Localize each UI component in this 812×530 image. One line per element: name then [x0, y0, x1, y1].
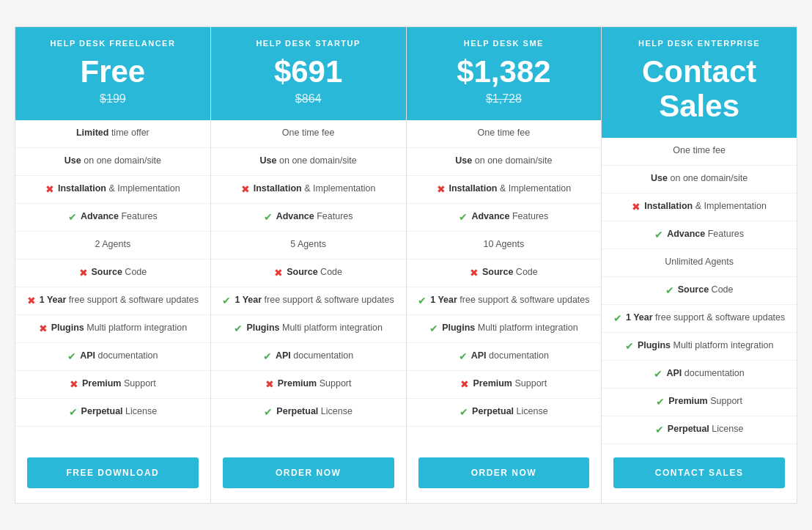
feature-text-2-5: Source Code	[482, 266, 538, 279]
cross-icon: ✖	[70, 378, 78, 390]
cross-icon: ✖	[632, 201, 641, 213]
feature-row-1-1: Use on one domain/site	[211, 148, 406, 176]
feature-row-1-6: ✔1 Year free support & software updates	[211, 287, 406, 315]
feature-row-2-7: ✔Plugins Multi platform integration	[407, 315, 602, 343]
check-icon: ✔	[665, 284, 674, 296]
plan-name-sme: Help Desk SME	[416, 39, 593, 48]
cross-icon: ✖	[460, 378, 469, 390]
feature-text-3-7: Plugins Multi platform integration	[638, 339, 774, 353]
plan-features-freelancer: Limited time offerUse on one domain/site…	[15, 120, 210, 444]
feature-row-1-8: ✔API documentation	[211, 343, 406, 371]
check-icon: ✔	[68, 211, 77, 223]
check-icon: ✔	[222, 295, 231, 306]
feature-text-2-1: Use on one domain/site	[455, 155, 552, 168]
plan-features-sme: One time feeUse on one domain/site✖Insta…	[407, 120, 602, 444]
cross-icon: ✖	[265, 378, 274, 390]
feature-row-0-6: ✖1 Year free support & software updates	[15, 287, 210, 315]
feature-text-1-1: Use on one domain/site	[260, 155, 357, 168]
plan-footer-freelancer: Free Download	[15, 444, 210, 503]
feature-text-3-1: Use on one domain/site	[651, 172, 748, 185]
feature-row-0-8: ✔API documentation	[15, 343, 210, 371]
feature-text-3-9: Premium Support	[668, 395, 742, 408]
feature-text-3-2: Installation & Implementation	[644, 200, 767, 213]
feature-row-2-5: ✖Source Code	[407, 260, 602, 287]
feature-row-0-9: ✖Premium Support	[15, 371, 210, 399]
check-icon: ✔	[264, 211, 273, 223]
plan-button-startup[interactable]: Order Now	[223, 457, 394, 488]
feature-text-2-6: 1 Year free support & software updates	[430, 294, 589, 307]
plan-footer-startup: Order Now	[211, 444, 406, 503]
feature-text-1-4: 5 Agents	[290, 238, 326, 251]
plan-features-startup: One time feeUse on one domain/site✖Insta…	[211, 120, 406, 444]
feature-text-0-7: Plugins Multi platform integration	[51, 322, 188, 335]
feature-text-3-0: One time fee	[673, 144, 726, 158]
check-icon: ✔	[69, 406, 78, 418]
feature-text-1-0: One time fee	[282, 127, 335, 140]
feature-row-2-0: One time fee	[407, 120, 602, 148]
cross-icon: ✖	[241, 183, 250, 195]
feature-row-3-7: ✔Plugins Multi platform integration	[602, 333, 797, 361]
feature-text-1-6: 1 Year free support & software updates	[235, 294, 394, 307]
check-icon: ✔	[234, 323, 243, 334]
check-icon: ✔	[264, 406, 273, 418]
feature-text-3-4: Unlimited Agents	[665, 256, 734, 269]
feature-text-2-7: Plugins Multi platform integration	[442, 322, 578, 335]
feature-text-0-6: 1 Year free support & software updates	[40, 294, 199, 307]
check-icon: ✔	[459, 211, 468, 223]
plan-header-enterprise: Help Desk EnterpriseContact Sales	[602, 27, 797, 137]
plan-sme: Help Desk SME$1,382$1,728One time feeUse…	[406, 26, 602, 503]
plan-footer-enterprise: Contact Sales	[602, 444, 797, 503]
cross-icon: ✖	[39, 323, 48, 334]
plan-footer-sme: Order Now	[407, 444, 602, 503]
feature-text-2-4: 10 Agents	[484, 238, 525, 251]
feature-row-2-6: ✔1 Year free support & software updates	[407, 287, 602, 315]
plan-price-freelancer: Free	[24, 55, 202, 89]
feature-row-3-10: ✔Perpetual License	[602, 416, 797, 444]
feature-text-1-7: Plugins Multi platform integration	[246, 322, 383, 335]
plan-name-enterprise: Help Desk Enterprise	[610, 39, 788, 48]
feature-text-0-1: Use on one domain/site	[64, 155, 161, 168]
feature-row-1-10: ✔Perpetual License	[211, 399, 406, 427]
feature-text-1-8: API documentation	[276, 350, 353, 363]
feature-row-1-5: ✖Source Code	[211, 260, 406, 287]
plan-freelancer: Help Desk FreelancerFree$199Limited time…	[15, 26, 210, 503]
check-icon: ✔	[429, 323, 438, 334]
feature-row-2-10: ✔Perpetual License	[407, 399, 602, 427]
plan-header-startup: Help Desk Startup$691$864	[211, 27, 406, 119]
feature-text-1-5: Source Code	[287, 266, 342, 279]
plan-startup: Help Desk Startup$691$864One time feeUse…	[210, 26, 406, 503]
check-icon: ✔	[67, 350, 76, 362]
feature-text-0-2: Installation & Implementation	[58, 183, 180, 196]
check-icon: ✔	[459, 350, 468, 362]
plan-name-freelancer: Help Desk Freelancer	[24, 39, 202, 48]
plan-button-freelancer[interactable]: Free Download	[27, 457, 199, 488]
plan-button-sme[interactable]: Order Now	[418, 457, 590, 488]
cross-icon: ✖	[470, 267, 479, 279]
feature-text-1-2: Installation & Implementation	[254, 183, 376, 196]
cross-icon: ✖	[437, 183, 446, 195]
pricing-table: Help Desk FreelancerFree$199Limited time…	[15, 26, 797, 503]
feature-text-2-0: One time fee	[478, 127, 531, 140]
plan-button-enterprise[interactable]: Contact Sales	[613, 457, 785, 488]
feature-text-0-5: Source Code	[92, 266, 147, 279]
check-icon: ✔	[656, 396, 665, 408]
plan-price-sme: $1,382	[416, 55, 593, 89]
feature-text-0-4: 2 Agents	[95, 238, 131, 251]
feature-text-3-6: 1 Year free support & software updates	[626, 312, 785, 325]
cross-icon: ✖	[274, 267, 283, 279]
plan-header-sme: Help Desk SME$1,382$1,728	[407, 27, 602, 119]
check-icon: ✔	[654, 229, 663, 240]
check-icon: ✔	[654, 368, 662, 380]
feature-text-3-5: Source Code	[678, 284, 734, 297]
feature-row-3-8: ✔API documentation	[602, 361, 797, 389]
feature-text-3-10: Perpetual License	[668, 423, 744, 436]
feature-row-1-3: ✔Advance Features	[211, 204, 406, 232]
feature-row-1-4: 5 Agents	[211, 232, 406, 260]
check-icon: ✔	[655, 424, 664, 435]
check-icon: ✔	[625, 340, 634, 352]
feature-row-2-8: ✔API documentation	[407, 343, 602, 371]
cross-icon: ✖	[45, 183, 54, 195]
check-icon: ✔	[613, 312, 622, 324]
feature-text-0-3: Advance Features	[81, 210, 158, 224]
feature-row-0-4: 2 Agents	[15, 232, 210, 260]
